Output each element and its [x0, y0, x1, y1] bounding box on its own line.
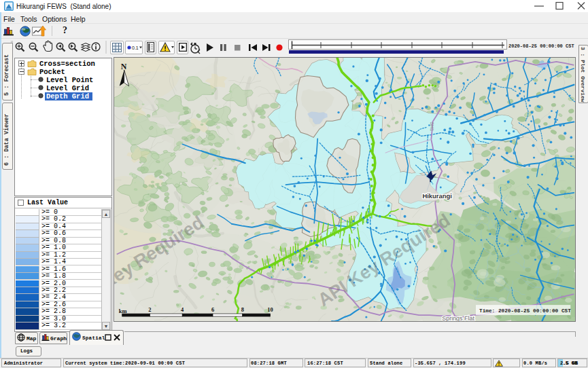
svg-text:2: 2: [148, 306, 151, 313]
svg-text:SH1: SH1: [430, 122, 434, 132]
svg-text:0.1: 0.1: [132, 45, 139, 50]
svg-text:km: km: [119, 308, 127, 314]
svg-text:N: N: [121, 62, 127, 71]
svg-text:8: 8: [241, 306, 244, 313]
svg-text:Hikurangi: Hikurangi: [422, 192, 452, 200]
svg-text:Springs Flat: Springs Flat: [442, 315, 474, 322]
svg-text:10: 10: [267, 306, 273, 313]
svg-text:Time: 2020-08-25 00:00:00 CST: Time: 2020-08-25 00:00:00 CST: [479, 308, 571, 314]
svg-text:6: 6: [211, 306, 214, 313]
